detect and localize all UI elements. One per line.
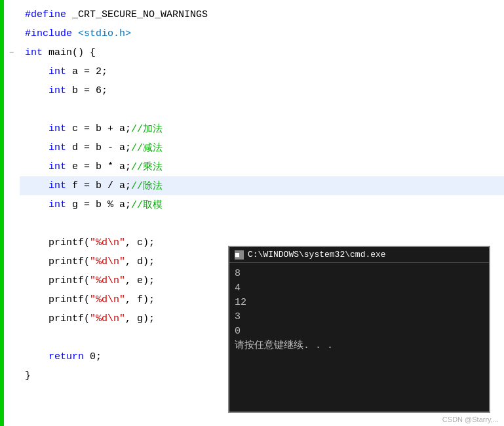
- collapse-icon[interactable]: −: [9, 48, 14, 58]
- code-line-11: int g = b % a;//取模: [20, 195, 504, 214]
- cmd-output-1: 8: [235, 267, 484, 281]
- watermark: CSDN @Starry,...: [442, 416, 499, 423]
- cmd-output-4: 3: [235, 310, 484, 324]
- code-line-5: int b = 6;: [20, 81, 504, 100]
- cmd-titlebar: ■ C:\WINDOWS\system32\cmd.exe: [229, 247, 489, 263]
- code-line-1: #define _CRT_SECURE_NO_WARNINGS: [20, 5, 504, 24]
- cmd-icon: ■: [235, 250, 244, 260]
- code-line-6: [20, 100, 504, 119]
- cmd-output-3: 12: [235, 296, 484, 310]
- code-line-10: int f = b / a;//除法: [20, 176, 504, 195]
- cmd-title: C:\WINDOWS\system32\cmd.exe: [248, 250, 386, 260]
- define-keyword: #define: [25, 9, 66, 20]
- int-keyword: int: [25, 47, 43, 58]
- code-line-8: int d = b - a;//减法: [20, 138, 504, 157]
- code-line-3: − int main() {: [20, 43, 504, 62]
- code-line-12: [20, 214, 504, 233]
- code-line-9: int e = b * a;//乘法: [20, 157, 504, 176]
- cmd-content: 8 4 12 3 0 请按任意键继续. . .: [229, 263, 489, 412]
- code-line-7: int c = b + a;//加法: [20, 119, 504, 138]
- cmd-output-5: 0: [235, 324, 484, 339]
- include-keyword: #include: [25, 28, 72, 39]
- cmd-continue-msg: 请按任意键继续. . .: [235, 339, 484, 353]
- code-line-4: int a = 2;: [20, 62, 504, 81]
- header-file: <stdio.h>: [78, 28, 131, 39]
- code-line-2: #include <stdio.h>: [20, 24, 504, 43]
- green-bar: [0, 0, 4, 426]
- cmd-window[interactable]: ■ C:\WINDOWS\system32\cmd.exe 8 4 12 3 0…: [228, 246, 490, 413]
- cmd-output-2: 4: [235, 281, 484, 296]
